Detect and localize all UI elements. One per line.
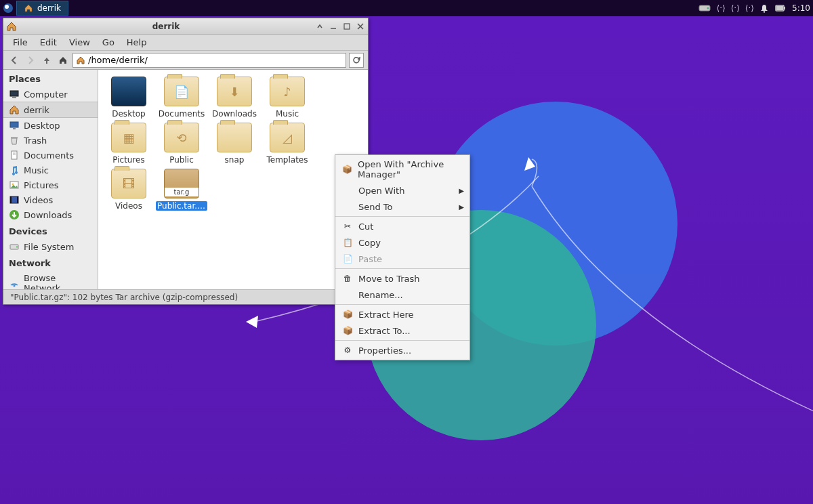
tray-notification-icon[interactable] — [759, 3, 769, 13]
window-titlebar[interactable]: derrik — [3, 18, 368, 35]
svg-rect-12 — [10, 91, 18, 96]
file-item-snap[interactable]: snap — [208, 123, 261, 165]
pictures-icon — [9, 180, 20, 190]
submenu-arrow-icon: ▶ — [459, 187, 464, 194]
menu-item-label: Send To — [358, 202, 393, 212]
file-label: Documents — [159, 109, 205, 119]
file-label: Desktop — [112, 109, 146, 119]
file-item-pictures[interactable]: ▦Pictures — [102, 123, 155, 165]
window-maximize-button[interactable] — [342, 22, 352, 31]
file-item-public-tar-gz[interactable]: Public.tar.gz — [155, 169, 208, 211]
sidebar-item-browse-network[interactable]: Browse Network — [3, 271, 98, 289]
window-close-button[interactable] — [356, 22, 365, 31]
menu-view[interactable]: View — [64, 36, 96, 49]
menu-go[interactable]: Go — [97, 36, 120, 49]
file-view[interactable]: Desktop📄Documents⬇Downloads♪Music▦Pictur… — [98, 70, 368, 289]
menu-item-extract-to[interactable]: 📦Extract To... — [335, 322, 470, 339]
sidebar-section-network: Network — [3, 254, 98, 271]
menu-item-extract-here[interactable]: 📦Extract Here — [335, 306, 470, 322]
file-item-public[interactable]: ⟲Public — [155, 123, 208, 165]
file-item-templates[interactable]: ◿Templates — [261, 123, 314, 165]
network-icon — [9, 278, 20, 289]
menu-item-open-with-archive-manager[interactable]: 📦Open With "Archive Manager" — [335, 156, 470, 182]
menu-item-icon: 📄 — [342, 253, 353, 264]
menu-file[interactable]: File — [7, 36, 33, 49]
sidebar-item-pictures[interactable]: Pictures — [3, 177, 98, 192]
menu-item-send-to[interactable]: Send To▶ — [335, 198, 470, 215]
folder-icon: 🎞 — [111, 169, 146, 198]
sidebar-item-label: File System — [24, 242, 74, 252]
sidebar-item-file-system[interactable]: File System — [3, 239, 98, 254]
tray-power-icon[interactable] — [774, 3, 787, 13]
sidebar-item-computer[interactable]: Computer — [3, 87, 98, 102]
home-icon — [9, 104, 20, 115]
menu-item-move-to-trash[interactable]: 🗑Move to Trash — [335, 270, 470, 287]
file-item-desktop[interactable]: Desktop — [102, 77, 155, 119]
tray-net-icon-1[interactable]: ⟨·⟩ — [716, 3, 725, 13]
tray-disk-icon[interactable] — [699, 3, 711, 13]
window-home-icon — [6, 21, 17, 32]
file-item-music[interactable]: ♪Music — [261, 77, 314, 119]
sidebar-item-label: Downloads — [24, 210, 72, 220]
sidebar-item-downloads[interactable]: Downloads — [3, 207, 98, 222]
svg-point-6 — [764, 11, 765, 12]
nav-forward-button[interactable] — [24, 54, 37, 67]
tray-net-icon-3[interactable]: ⟨·⟩ — [745, 3, 754, 13]
menu-help[interactable]: Help — [121, 36, 152, 49]
menu-item-label: Copy — [358, 238, 381, 248]
svg-rect-15 — [13, 128, 16, 129]
tray-net-icon-2[interactable]: ⟨·⟩ — [731, 3, 740, 13]
svg-rect-11 — [344, 24, 350, 29]
menu-item-icon — [342, 185, 353, 196]
file-item-videos[interactable]: 🎞Videos — [102, 169, 155, 211]
file-item-downloads[interactable]: ⬇Downloads — [208, 77, 261, 119]
sidebar-item-desktop[interactable]: Desktop — [3, 118, 98, 133]
folder-icon: 📄 — [164, 77, 199, 106]
svg-rect-17 — [12, 151, 17, 159]
tray-clock[interactable]: 5:10 — [792, 3, 810, 13]
drive-icon — [9, 241, 20, 252]
svg-rect-13 — [12, 97, 16, 98]
file-manager-window: derrik FileEditViewGoHelp /home/derrik/ — [3, 18, 369, 305]
menu-item-open-with[interactable]: Open With▶ — [335, 182, 470, 198]
menu-item-icon: 📦 — [342, 164, 352, 175]
sidebar-item-documents[interactable]: Documents — [3, 148, 98, 163]
svg-marker-0 — [246, 316, 258, 328]
sidebar-item-videos[interactable]: Videos — [3, 192, 98, 207]
file-label: Pictures — [112, 155, 145, 165]
location-path: /home/derrik/ — [88, 55, 148, 65]
menu-item-rename[interactable]: Rename... — [335, 287, 470, 303]
menu-item-properties[interactable]: ⚙Properties... — [335, 342, 470, 358]
folder-icon: ▦ — [111, 123, 146, 152]
sidebar-item-derrik[interactable]: derrik — [3, 102, 98, 118]
menu-item-cut[interactable]: ✂Cut — [335, 218, 470, 234]
nav-home-button[interactable] — [56, 54, 70, 67]
window-menu-button[interactable] — [315, 22, 325, 31]
desktop-icon — [9, 120, 20, 131]
taskbar-window-title: derrik — [37, 3, 61, 13]
taskbar-active-window[interactable]: derrik — [16, 1, 68, 16]
sidebar-item-music[interactable]: Music — [3, 163, 98, 177]
system-tray: ⟨·⟩ ⟨·⟩ ⟨·⟩ 5:10 — [699, 3, 813, 13]
start-menu-icon[interactable] — [0, 0, 16, 16]
file-label: Public — [169, 155, 194, 165]
menu-item-label: Properties... — [358, 345, 411, 356]
videos-icon — [9, 194, 20, 205]
nav-back-button[interactable] — [7, 54, 21, 67]
window-minimize-button[interactable] — [329, 22, 338, 31]
sidebar: PlacesComputerderrikDesktopTrashDocument… — [3, 70, 98, 289]
archive-icon — [164, 169, 199, 198]
file-item-documents[interactable]: 📄Documents — [155, 77, 208, 119]
svg-marker-1 — [524, 157, 535, 171]
nav-up-button[interactable] — [40, 54, 54, 67]
refresh-button[interactable] — [349, 53, 364, 68]
trash-icon — [9, 135, 20, 146]
menu-edit[interactable]: Edit — [35, 36, 62, 49]
location-bar[interactable]: /home/derrik/ — [72, 53, 346, 68]
sidebar-item-trash[interactable]: Trash — [3, 133, 98, 148]
menu-item-label: Paste — [358, 254, 382, 264]
menu-item-copy[interactable]: 📋Copy — [335, 234, 470, 251]
sidebar-item-label: derrik — [24, 105, 49, 115]
menu-item-icon: 📦 — [342, 325, 353, 336]
sidebar-item-label: Pictures — [24, 180, 58, 190]
